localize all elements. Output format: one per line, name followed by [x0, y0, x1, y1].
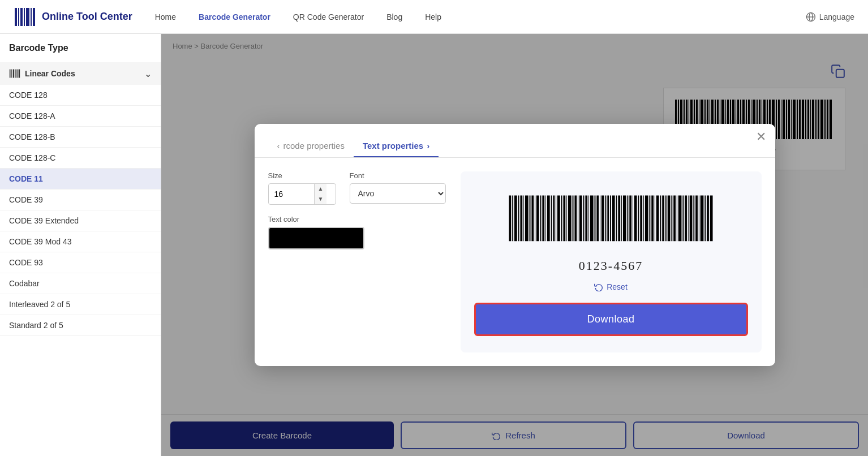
main-nav: Home Barcode Generator QR Code Generator…	[155, 12, 806, 21]
svg-rect-137	[676, 195, 677, 241]
svg-rect-14	[16, 70, 18, 78]
nav-home[interactable]: Home	[155, 12, 176, 21]
text-color-swatch[interactable]	[268, 227, 364, 249]
svg-rect-90	[547, 195, 549, 241]
svg-rect-133	[665, 195, 666, 241]
barcode-preview-svg	[504, 188, 719, 256]
svg-rect-4	[26, 8, 29, 26]
svg-rect-81	[523, 195, 524, 241]
language-button[interactable]: Language	[806, 12, 854, 22]
svg-rect-108	[596, 195, 599, 241]
svg-rect-12	[13, 70, 15, 78]
svg-rect-140	[685, 195, 687, 241]
svg-rect-120	[629, 195, 631, 241]
text-color-label: Text color	[268, 215, 447, 223]
svg-rect-76	[509, 195, 511, 241]
svg-rect-113	[610, 195, 611, 241]
svg-rect-121	[633, 195, 633, 241]
modal-left-panel: Size ▲ ▼	[268, 171, 461, 352]
sidebar: Barcode Type Linear Codes ⌄ CODE 128 COD…	[0, 34, 161, 456]
size-input[interactable]	[269, 185, 314, 203]
svg-rect-112	[607, 195, 609, 241]
svg-rect-98	[568, 195, 571, 241]
svg-rect-128	[651, 195, 654, 241]
sidebar-item-codabar[interactable]: Codabar	[0, 273, 161, 294]
svg-rect-97	[566, 195, 567, 241]
size-font-group: Size ▲ ▼	[268, 171, 447, 215]
size-label: Size	[268, 171, 336, 180]
svg-rect-91	[551, 195, 552, 241]
svg-rect-138	[678, 195, 681, 241]
svg-rect-122	[634, 195, 637, 241]
size-input-wrap: ▲ ▼	[268, 183, 336, 205]
reset-icon	[594, 282, 603, 291]
size-form-group: Size ▲ ▼	[268, 171, 336, 205]
size-arrows: ▲ ▼	[314, 184, 327, 204]
svg-rect-125	[643, 195, 644, 241]
sidebar-item-code128b[interactable]: CODE 128-B	[0, 127, 161, 148]
font-select[interactable]: Arvo Arial Times New Roman Courier Verda…	[350, 183, 446, 204]
nav-qr-code-generator[interactable]: QR Code Generator	[293, 12, 364, 21]
svg-rect-5	[31, 8, 32, 26]
size-decrement-button[interactable]: ▼	[315, 194, 327, 204]
svg-rect-80	[520, 195, 522, 241]
svg-rect-100	[574, 195, 577, 241]
svg-rect-15	[19, 70, 20, 78]
modal-overlay[interactable]: ‹ rcode properties Text properties › ✕	[161, 34, 868, 456]
svg-rect-115	[616, 195, 617, 241]
sidebar-item-code39[interactable]: CODE 39	[0, 190, 161, 210]
svg-rect-144	[695, 195, 698, 241]
sidebar-section-linear-codes[interactable]: Linear Codes ⌄	[0, 62, 161, 85]
logo-area: Online Tool Center	[14, 6, 132, 28]
svg-rect-92	[553, 195, 555, 241]
svg-rect-105	[588, 195, 589, 241]
svg-rect-87	[540, 195, 541, 241]
chevron-up-icon: ⌄	[144, 68, 152, 79]
reset-link[interactable]: Reset	[594, 282, 628, 291]
nav-blog[interactable]: Blog	[386, 12, 402, 21]
svg-rect-103	[583, 195, 584, 241]
modal-tab-barcode-properties[interactable]: ‹ rcode properties	[268, 135, 354, 157]
sidebar-item-code11[interactable]: CODE 11	[0, 169, 161, 190]
sidebar-item-code39mod43[interactable]: CODE 39 Mod 43	[0, 231, 161, 252]
main-container: Barcode Type Linear Codes ⌄ CODE 128 COD…	[0, 34, 868, 456]
svg-rect-143	[693, 195, 694, 241]
sidebar-item-interleaved2of5[interactable]: Interleaved 2 of 5	[0, 294, 161, 315]
svg-rect-147	[704, 195, 706, 241]
svg-rect-94	[557, 195, 560, 241]
sidebar-item-standard2of5[interactable]: Standard 2 of 5	[0, 315, 161, 336]
svg-rect-82	[525, 195, 528, 241]
sidebar-title: Barcode Type	[0, 34, 161, 62]
nav-barcode-generator[interactable]: Barcode Generator	[199, 12, 270, 21]
svg-rect-78	[514, 195, 517, 241]
svg-rect-136	[673, 195, 676, 241]
svg-rect-135	[671, 195, 672, 241]
sidebar-item-code93[interactable]: CODE 93	[0, 252, 161, 273]
modal-right-panel: 0123-4567 Reset Download	[461, 171, 762, 352]
sidebar-item-code128[interactable]: CODE 128	[0, 85, 161, 106]
svg-rect-111	[605, 195, 606, 241]
svg-rect-126	[644, 195, 648, 241]
nav-help[interactable]: Help	[425, 12, 441, 21]
svg-rect-146	[700, 195, 703, 241]
svg-rect-114	[612, 195, 615, 241]
size-increment-button[interactable]: ▲	[315, 184, 327, 194]
modal-close-button[interactable]: ✕	[756, 131, 766, 143]
download-button-modal[interactable]: Download	[474, 303, 748, 336]
modal-tab-text-properties[interactable]: Text properties ›	[354, 135, 439, 157]
svg-rect-89	[545, 195, 546, 241]
svg-rect-106	[590, 195, 593, 241]
svg-rect-142	[689, 195, 692, 241]
sidebar-item-code128c[interactable]: CODE 128-C	[0, 148, 161, 169]
chevron-right-icon: ›	[427, 141, 429, 150]
svg-rect-104	[585, 195, 587, 241]
barcode-preview: 0123-4567	[504, 188, 719, 273]
svg-rect-132	[662, 195, 664, 241]
svg-rect-85	[535, 195, 535, 241]
sidebar-item-code128a[interactable]: CODE 128-A	[0, 106, 161, 127]
svg-rect-79	[518, 195, 519, 241]
svg-rect-118	[622, 195, 626, 241]
svg-rect-6	[33, 8, 35, 26]
chevron-left-icon: ‹	[277, 141, 280, 150]
sidebar-item-code39ext[interactable]: CODE 39 Extended	[0, 210, 161, 231]
